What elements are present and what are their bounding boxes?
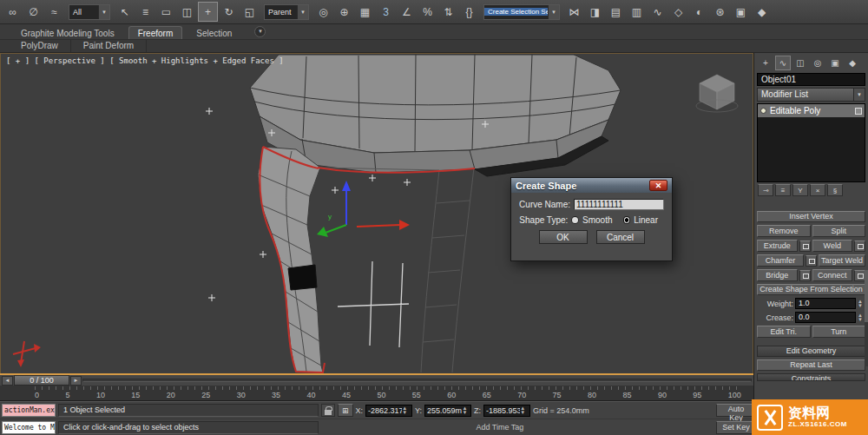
tab-create-icon[interactable]: +	[758, 56, 773, 70]
select-and-scale-icon[interactable]: ◱	[240, 2, 260, 22]
edit-geometry-rollout-header[interactable]: Edit Geometry	[757, 346, 865, 357]
angle-snap-icon[interactable]: ∠	[397, 2, 417, 22]
rendered-frame-icon[interactable]: ▣	[731, 2, 751, 22]
tab-hierarchy-icon[interactable]: ◫	[792, 56, 808, 70]
time-slider-track[interactable]	[82, 379, 752, 382]
dialog-title-bar[interactable]: Create Shape ✕	[511, 178, 672, 193]
close-icon[interactable]: ✕	[649, 180, 667, 191]
time-step-forward-button[interactable]: ►	[70, 376, 82, 386]
keyboard-override-icon[interactable]: ▦	[355, 2, 375, 22]
weld-button[interactable]: Weld	[812, 240, 853, 252]
axis-gizmo[interactable]: y	[317, 181, 410, 237]
tab-modify-icon[interactable]: ∿	[775, 56, 791, 70]
modifier-stack[interactable]: Editable Poly	[757, 103, 865, 182]
material-editor-icon[interactable]: ◐	[689, 2, 709, 22]
panel-scrollbar[interactable]	[865, 270, 868, 366]
select-and-move-icon[interactable]: +	[198, 2, 218, 22]
weight-field[interactable]: 1.0	[795, 298, 856, 309]
pin-stack-icon[interactable]: ⊸	[758, 184, 773, 196]
align-icon[interactable]: ◨	[585, 2, 605, 22]
repeat-last-button[interactable]: Repeat Last	[757, 359, 865, 371]
auto-key-button[interactable]: Auto Key	[716, 404, 756, 417]
tab-freeform[interactable]: Freeform	[128, 26, 183, 39]
configure-modifier-sets-icon[interactable]: §	[827, 184, 843, 196]
object-name-field[interactable]: Object01	[757, 73, 865, 86]
time-slider-handle[interactable]: 0 / 100	[14, 375, 69, 386]
extrude-settings-button[interactable]	[799, 241, 811, 252]
maxscript-listener-line[interactable]: Welcome to MAX!	[2, 421, 56, 434]
absolute-mode-toggle[interactable]: ⊞	[338, 404, 353, 417]
extrude-button[interactable]: Extrude	[757, 240, 798, 252]
weld-settings-button[interactable]	[854, 241, 865, 252]
x-coordinate-field[interactable]: -2862.317▲▼	[365, 405, 412, 417]
stack-item-editable-poly[interactable]: Editable Poly	[758, 104, 865, 117]
create-shape-from-selection-button[interactable]: Create Shape From Selection	[757, 284, 865, 295]
ribbon-panel-tab[interactable]: PolyDraw	[9, 40, 71, 52]
percent-snap-icon[interactable]: %	[418, 2, 437, 22]
schematic-view-icon[interactable]: ◇	[668, 2, 688, 22]
target-weld-button[interactable]: Target Weld	[819, 254, 865, 267]
chamfer-button[interactable]: Chamfer	[757, 254, 804, 267]
layer-manager-icon[interactable]: ▤	[606, 2, 626, 22]
make-unique-icon[interactable]: Y	[792, 184, 808, 196]
rectangular-selection-icon[interactable]: ▭	[156, 2, 176, 22]
tab-utilities-icon[interactable]: ◆	[845, 56, 860, 70]
smooth-radio[interactable]	[571, 216, 579, 224]
unlink-selection-icon[interactable]: ∅	[23, 2, 43, 22]
curve-name-input[interactable]	[574, 199, 664, 210]
linear-radio[interactable]	[623, 216, 631, 224]
time-slider[interactable]: ◄ 0 / 100 ►	[0, 373, 753, 386]
ribbon-panel-tab[interactable]: Paint Deform	[71, 40, 147, 52]
turn-button[interactable]: Turn	[812, 326, 866, 338]
bridge-button[interactable]: Bridge	[757, 269, 798, 281]
time-step-back-button[interactable]: ◄	[2, 376, 13, 386]
selection-lock-toggle[interactable]	[321, 404, 335, 417]
edge-strip-mesh[interactable]	[258, 147, 323, 372]
y-coordinate-field[interactable]: 255.059mm▲▼	[424, 405, 471, 417]
use-pivot-center-icon[interactable]: ◎	[313, 2, 333, 22]
select-by-name-icon[interactable]: ≡	[135, 2, 155, 22]
connect-button[interactable]: Connect	[812, 269, 853, 281]
select-and-manipulate-icon[interactable]: ⊕	[334, 2, 354, 22]
mirror-icon[interactable]: ⋈	[564, 2, 584, 22]
add-time-tag[interactable]: Add Time Tag	[477, 423, 559, 432]
z-coordinate-field[interactable]: -1885.953▲▼	[483, 405, 530, 417]
ribbon-menu-button[interactable]: ▼	[254, 26, 266, 37]
select-and-link-icon[interactable]: ∞	[3, 2, 23, 22]
set-key-button[interactable]: Set Key	[716, 421, 756, 434]
selection-filter-dropdown[interactable]: All▼	[69, 4, 110, 20]
window-crossing-icon[interactable]: ◫	[177, 2, 197, 22]
tab-selection[interactable]: Selection	[187, 27, 240, 39]
bridge-settings-button[interactable]	[799, 270, 811, 281]
insert-vertex-button[interactable]: Insert Vertex	[757, 211, 865, 222]
viewport-label[interactable]: [ + ] [ Perspective ] [ Smooth + Highlig…	[6, 56, 284, 65]
remove-modifier-icon[interactable]: ×	[810, 184, 825, 196]
ok-button[interactable]: OK	[539, 230, 588, 244]
named-selection-set-combobox[interactable]: Create Selection Se▼	[483, 4, 560, 20]
tab-display-icon[interactable]: ▣	[827, 56, 843, 70]
cancel-button[interactable]: Cancel	[596, 230, 645, 244]
modifier-list-dropdown[interactable]: Modifier List▼	[757, 88, 865, 102]
spinner-snap-icon[interactable]: ⇅	[438, 2, 458, 22]
named-selection-sets-icon[interactable]: {}	[459, 2, 479, 22]
select-object-icon[interactable]: ↖	[115, 2, 135, 22]
constraints-rollout-header[interactable]: Constraints	[757, 373, 865, 381]
view-cube[interactable]	[696, 75, 738, 112]
render-production-icon[interactable]: ◆	[752, 2, 772, 22]
curve-editor-icon[interactable]: ∿	[648, 2, 667, 22]
maxscript-macro-line[interactable]: actionMan.exec	[2, 404, 56, 417]
snaps-toggle-icon[interactable]: 3	[376, 2, 396, 22]
remove-button[interactable]: Remove	[757, 225, 811, 237]
bind-to-space-warp-icon[interactable]: ≈	[44, 2, 64, 22]
crease-field[interactable]: 0.0	[795, 312, 856, 323]
render-setup-icon[interactable]: ⊛	[710, 2, 730, 22]
show-end-result-icon[interactable]: ≡	[775, 184, 791, 196]
reference-coordinate-dropdown[interactable]: Parent▼	[264, 4, 309, 20]
split-button[interactable]: Split	[812, 225, 866, 237]
graphite-toggle-icon[interactable]: ▥	[627, 2, 647, 22]
tab-motion-icon[interactable]: ◎	[810, 56, 825, 70]
visibility-bulb-icon[interactable]	[760, 108, 766, 114]
edit-tri-button[interactable]: Edit Tri.	[757, 326, 811, 338]
select-and-rotate-icon[interactable]: ↻	[219, 2, 239, 22]
chamfer-settings-button[interactable]	[806, 255, 817, 267]
